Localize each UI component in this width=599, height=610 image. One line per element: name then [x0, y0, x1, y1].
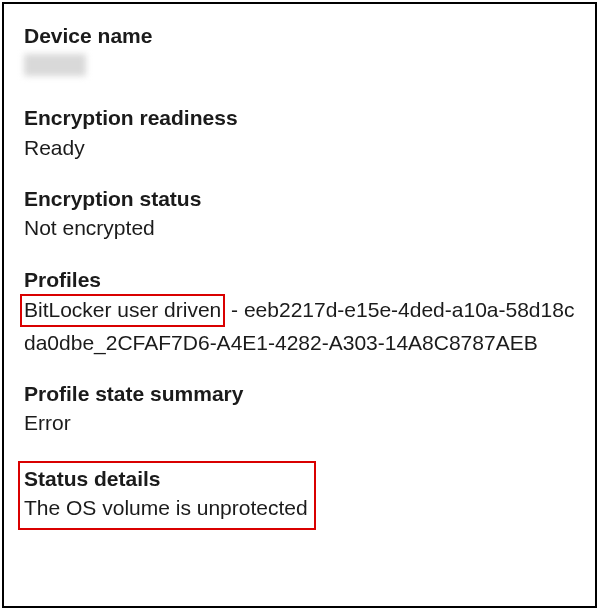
redacted-device-name	[24, 54, 86, 76]
device-name-value	[24, 50, 575, 82]
encryption-readiness-value: Ready	[24, 133, 575, 163]
encryption-status-value: Not encrypted	[24, 213, 575, 243]
status-details-field: Status details The OS volume is unprotec…	[24, 461, 575, 530]
status-details-highlight: Status details The OS volume is unprotec…	[18, 461, 316, 530]
device-name-field: Device name	[24, 22, 575, 82]
encryption-readiness-label: Encryption readiness	[24, 104, 575, 132]
profile-separator: -	[225, 298, 244, 321]
profile-state-summary-label: Profile state summary	[24, 380, 575, 408]
profile-state-summary-field: Profile state summary Error	[24, 380, 575, 439]
device-encryption-panel: Device name Encryption readiness Ready E…	[2, 2, 597, 608]
profiles-label: Profiles	[24, 266, 575, 294]
status-details-value: The OS volume is unprotected	[24, 493, 308, 523]
profiles-value: BitLocker user driven - eeb2217d-e15e-4d…	[24, 294, 575, 358]
status-details-label: Status details	[24, 465, 308, 493]
profiles-field: Profiles BitLocker user driven - eeb2217…	[24, 266, 575, 358]
profile-name-highlight: BitLocker user driven	[20, 294, 225, 326]
profile-name-text: BitLocker user driven	[24, 298, 221, 321]
profile-state-summary-value: Error	[24, 408, 575, 438]
device-name-label: Device name	[24, 22, 575, 50]
encryption-readiness-field: Encryption readiness Ready	[24, 104, 575, 163]
encryption-status-field: Encryption status Not encrypted	[24, 185, 575, 244]
encryption-status-label: Encryption status	[24, 185, 575, 213]
